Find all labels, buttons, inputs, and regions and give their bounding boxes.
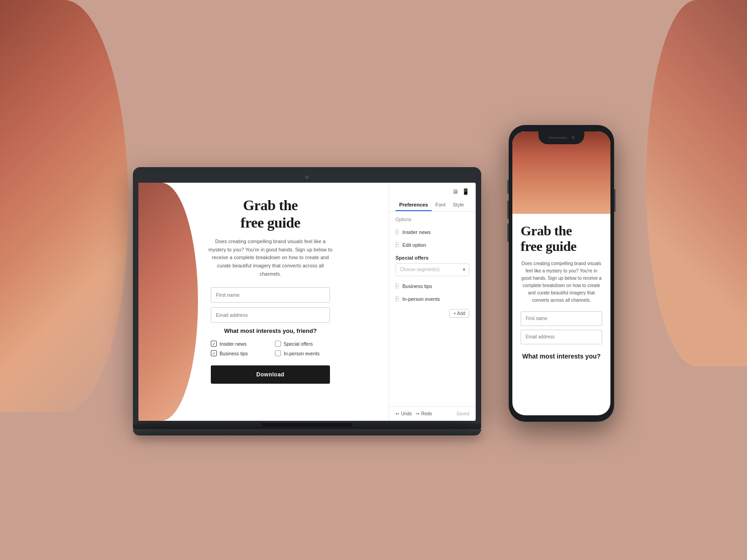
undo-label: Undo — [401, 411, 412, 416]
download-button[interactable]: Download — [211, 365, 330, 384]
option-insider-news[interactable]: Insider news — [389, 226, 476, 239]
laptop-form-content: Grab the free guide Does creating compel… — [138, 183, 389, 393]
redo-label: Redo — [421, 411, 432, 416]
segment-select[interactable]: Choose segment(s) ▾ — [395, 263, 469, 276]
mobile-icon[interactable]: 📱 — [462, 188, 469, 196]
phone-interests-title: What most interests you? — [521, 353, 602, 360]
form-subtitle: Does creating compelling brand visuals f… — [206, 238, 335, 278]
laptop-bottom — [133, 429, 481, 435]
phone-notch — [538, 131, 584, 144]
phone-volume-down-button — [507, 223, 509, 242]
bg-flower-right — [646, 0, 747, 366]
tab-style[interactable]: Style — [449, 199, 467, 211]
checkbox-business-tips-label: Business tips — [220, 351, 248, 356]
phone-volume-up-button — [507, 201, 509, 219]
option-business-tips-label: Business tips — [402, 283, 432, 289]
first-name-input[interactable] — [211, 287, 330, 303]
special-offers-label: Special offers — [395, 255, 469, 261]
bg-flower-left — [0, 0, 128, 412]
undo-icon: ↩ — [395, 411, 399, 416]
chevron-down-icon: ▾ — [463, 267, 465, 272]
segment-placeholder: Choose segment(s) — [400, 267, 439, 272]
add-btn-row: + Add — [389, 305, 476, 321]
phone-wrapper: Grab the free guide Does creating compel… — [509, 125, 614, 422]
checkbox-special-offers-box[interactable] — [275, 341, 281, 347]
checkbox-inperson-events-label: In-person events — [284, 351, 319, 356]
settings-tabs: Preferences Font Style — [395, 199, 469, 211]
scene: Grab the free guide Does creating compel… — [133, 125, 614, 435]
laptop-settings-panel: 🖥 📱 Preferences Font Style Options — [389, 183, 476, 421]
phone-body: Grab the free guide Does creating compel… — [509, 125, 614, 422]
laptop-base — [133, 421, 481, 429]
drag-handle-business — [395, 283, 399, 289]
checkbox-insider-news[interactable]: ✓ Insider news — [211, 341, 266, 347]
laptop-screen: Grab the free guide Does creating compel… — [138, 183, 476, 421]
tab-font[interactable]: Font — [432, 199, 449, 211]
tab-preferences[interactable]: Preferences — [395, 199, 432, 211]
option-business-tips[interactable]: Business tips — [389, 280, 476, 293]
settings-body: Options Insider news — [389, 212, 476, 406]
device-icons-row: 🖥 📱 — [395, 188, 469, 196]
phone-screen: Grab the free guide Does creating compel… — [512, 131, 610, 415]
check-mark: ✓ — [212, 342, 216, 346]
drag-handle-inperson — [395, 296, 399, 302]
checkbox-business-tips-box[interactable]: ✓ — [211, 350, 217, 356]
laptop-form-panel: Grab the free guide Does creating compel… — [138, 183, 389, 421]
phone-speaker-grill — [549, 137, 567, 139]
drag-handle-insider — [395, 229, 399, 235]
option-edit-option[interactable]: Edit option — [389, 239, 476, 251]
laptop-hinge — [261, 423, 353, 427]
redo-button[interactable]: ↪ Redo — [416, 411, 432, 416]
form-title: Grab the free guide — [241, 196, 300, 232]
saved-status: Saved — [456, 411, 469, 416]
checkbox-business-tips[interactable]: ✓ Business tips — [211, 350, 266, 356]
checkbox-insider-news-box[interactable]: ✓ — [211, 341, 217, 347]
phone-subtitle: Does creating compelling brand visuals f… — [521, 260, 602, 304]
option-insider-news-label: Insider news — [402, 229, 431, 235]
option-inperson-events-label: In-person events — [402, 296, 440, 302]
phone-camera-dot — [571, 136, 575, 139]
email-input[interactable] — [211, 307, 330, 323]
laptop-body: Grab the free guide Does creating compel… — [133, 167, 481, 421]
add-button[interactable]: + Add — [449, 309, 469, 318]
check-mark-2: ✓ — [212, 351, 216, 356]
settings-header: 🖥 📱 Preferences Font Style — [389, 183, 476, 212]
desktop-icon[interactable]: 🖥 — [452, 188, 458, 196]
redo-icon: ↪ — [416, 411, 419, 416]
option-special-offers: Special offers Choose segment(s) ▾ — [389, 251, 476, 280]
checkbox-inperson-events-box[interactable] — [275, 350, 281, 356]
checkbox-inperson-events[interactable]: In-person events — [275, 350, 330, 356]
laptop-camera — [305, 175, 309, 179]
settings-footer: ↩ Undo ↪ Redo Saved — [389, 406, 476, 421]
checkbox-insider-news-label: Insider news — [220, 341, 247, 347]
phone-power-button — [614, 189, 615, 212]
undo-button[interactable]: ↩ Undo — [395, 411, 412, 416]
checkbox-special-offers[interactable]: Special offers — [275, 341, 330, 347]
option-edit-option-label: Edit option — [402, 242, 426, 248]
checkboxes-grid: ✓ Insider news Special offers ✓ — [211, 341, 330, 356]
options-label: Options — [389, 217, 476, 226]
option-inperson-events[interactable]: In-person events — [389, 293, 476, 305]
phone-first-name-input[interactable] — [521, 311, 602, 326]
interests-title: What most interests you, friend? — [224, 327, 317, 334]
drag-handle-edit — [395, 242, 399, 248]
phone-email-input[interactable] — [521, 330, 602, 344]
laptop-wrapper: Grab the free guide Does creating compel… — [133, 167, 481, 435]
phone-mute-button — [507, 180, 509, 194]
laptop-camera-bar — [138, 173, 476, 183]
checkbox-special-offers-label: Special offers — [284, 341, 313, 347]
phone-title: Grab the free guide — [521, 223, 602, 255]
phone-screen-content: Grab the free guide Does creating compel… — [512, 214, 610, 369]
